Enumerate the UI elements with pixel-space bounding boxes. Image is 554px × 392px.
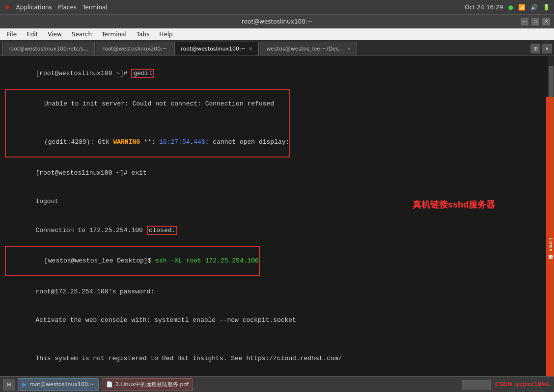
places-menu[interactable]: Places xyxy=(58,4,77,11)
terminal-window: root@westoslinux100:~ ─ □ ✕ File Edit Vi… xyxy=(0,15,554,392)
terminal-line-4: (gedit:4289): Gtk-WARNING **: 16:27:54.4… xyxy=(6,128,289,157)
tab-1[interactable]: root@westoslinux200:~ xyxy=(96,42,173,55)
tab-3-close[interactable]: ✕ xyxy=(347,46,351,52)
taskbar-terminal-item[interactable]: ▶ root@westoslinux100:~ xyxy=(18,378,99,391)
taskbar-right: CSDN @cjzcc1996. xyxy=(462,380,551,390)
close-button[interactable]: ✕ xyxy=(542,18,550,26)
tab-2[interactable]: root@westoslinux100:~ ✕ xyxy=(174,42,259,55)
taskbar-pdf-item[interactable]: 📄 2.Linux中的远程登陆服务.pdf xyxy=(102,378,193,391)
terminal-line-1: [root@westoslinux100 ~]# gedit xyxy=(5,59,549,88)
terminal-line-2: Unable to init server: Could not connect… xyxy=(6,90,289,119)
closed-highlight: closed. xyxy=(147,226,178,235)
menu-edit[interactable]: Edit xyxy=(23,30,42,39)
menu-file[interactable]: File xyxy=(3,30,21,39)
applications-menu[interactable]: Applications xyxy=(16,4,52,11)
terminal-line-3 xyxy=(6,118,289,128)
terminal-titlebar: root@westoslinux100:~ ─ □ ✕ xyxy=(0,15,554,28)
battery-icon: 🔋 xyxy=(543,4,550,11)
pdf-icon: 📄 xyxy=(106,381,113,388)
tab-menu-button[interactable]: ▾ xyxy=(542,44,552,53)
terminal-line-8: [westos@westos_lee Desktop]$ ssh -XL roo… xyxy=(6,247,259,276)
taskbar-input[interactable] xyxy=(462,380,491,390)
tab-3-label: westos@westos_lee:~/Des... xyxy=(266,46,344,52)
terminal-content[interactable]: [root@westoslinux100 ~]# gedit Unable to… xyxy=(0,56,554,392)
menu-search[interactable]: Search xyxy=(68,30,96,39)
prompt-1: [root@westoslinux100 ~]# xyxy=(35,70,131,77)
csdn-label: CSDN @cjzcc1996. xyxy=(495,381,551,388)
datetime-label: Oct 24 16:29 xyxy=(465,4,503,11)
terminal-line-10: Activate the web console with: systemctl… xyxy=(5,306,549,335)
tab-2-close[interactable]: ✕ xyxy=(249,46,252,52)
menu-view[interactable]: View xyxy=(44,30,65,39)
titlebar-controls: ─ □ ✕ xyxy=(521,18,550,26)
terminal-icon: ▶ xyxy=(22,381,27,388)
show-desktop-button[interactable]: ⊞ xyxy=(3,379,15,391)
bottom-taskbar: ⊞ ▶ root@westoslinux100:~ 📄 2.Linux中的远程登… xyxy=(0,376,554,392)
tab-1-label: root@westoslinux200:~ xyxy=(102,46,167,52)
error-box-1: Unable to init server: Could not connect… xyxy=(5,89,290,158)
wifi-icon: 📶 xyxy=(518,4,526,11)
taskbar-terminal-label: root@westoslinux100:~ xyxy=(29,381,94,388)
annotation-label: 真机链接sshd服务器 xyxy=(413,198,495,211)
terminal-line-9: root@172.25.254.100's password: xyxy=(5,277,549,306)
tab-2-label: root@westoslinux100:~ xyxy=(181,46,246,52)
minimize-button[interactable]: ─ xyxy=(521,18,528,26)
os-bar-right: Oct 24 16:29 ● 📶 🔊 🔋 xyxy=(465,4,550,11)
tabs-bar: root@westoslinux100:/etc/s... root@westo… xyxy=(0,40,554,56)
menu-bar: File Edit View Search Terminal Tabs Help xyxy=(0,28,554,40)
cmd-highlight-gedit: gedit xyxy=(131,69,154,78)
os-taskbar: ♦ Applications Places Terminal Oct 24 16… xyxy=(0,0,554,15)
side-panel: Linux进阶 xyxy=(546,97,554,392)
terminal-line-11: This system is not registered to Red Hat… xyxy=(5,344,549,373)
terminal-scroll: [root@westoslinux100 ~]# gedit Unable to… xyxy=(5,59,549,389)
status-dot: ● xyxy=(508,4,513,11)
maximize-button[interactable]: □ xyxy=(531,18,539,26)
tab-0-label: root@westoslinux100:/etc/s... xyxy=(8,46,88,52)
tabs-extra: ⊞ ▾ xyxy=(530,44,552,55)
terminal-menu[interactable]: Terminal xyxy=(83,4,108,11)
terminal-title: root@westoslinux100:~ xyxy=(242,18,312,25)
warning-text: WARNING xyxy=(113,138,140,146)
os-logo-icon: ♦ xyxy=(4,3,10,11)
menu-terminal[interactable]: Terminal xyxy=(98,30,131,39)
terminal-line-7: Connection to 172.25.254.100 closed. xyxy=(5,216,549,245)
menu-help[interactable]: Help xyxy=(155,30,176,39)
terminal-line-blank1 xyxy=(5,335,549,344)
taskbar-pdf-label: 2.Linux中的远程登陆服务.pdf xyxy=(115,381,189,388)
os-bar-left: ♦ Applications Places Terminal xyxy=(4,3,108,11)
terminal-line-5: [root@westoslinux100 ~]# exit xyxy=(5,158,549,187)
menu-tabs[interactable]: Tabs xyxy=(133,30,154,39)
ssh-cmd-box: [westos@westos_lee Desktop]$ ssh -XL roo… xyxy=(5,246,260,277)
tab-0[interactable]: root@westoslinux100:/etc/s... xyxy=(2,42,95,55)
tab-3[interactable]: westos@westos_lee:~/Des... ✕ xyxy=(260,42,357,55)
new-tab-button[interactable]: ⊞ xyxy=(530,44,540,53)
volume-icon: 🔊 xyxy=(530,4,538,11)
